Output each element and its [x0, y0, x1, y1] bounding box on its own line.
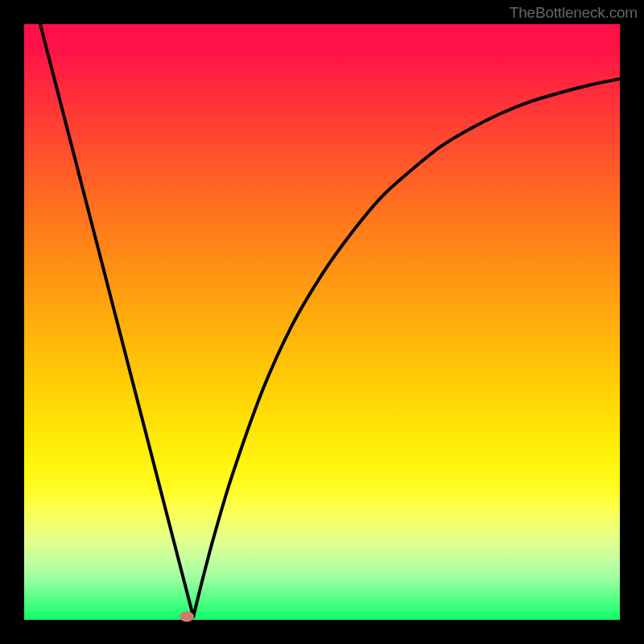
bottleneck-curve [40, 24, 620, 617]
watermark-text: TheBottleneck.com [510, 4, 638, 22]
min-marker [180, 612, 194, 622]
chart-frame: TheBottleneck.com [0, 0, 644, 644]
curve-svg [24, 24, 620, 620]
plot-area [24, 24, 620, 620]
